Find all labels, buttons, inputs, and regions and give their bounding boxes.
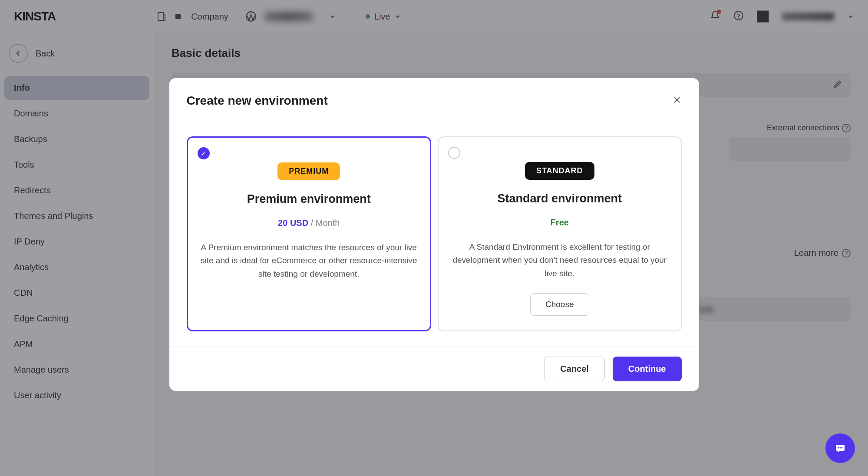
premium-price: 20 USD / Month <box>200 218 418 228</box>
close-icon <box>672 95 682 105</box>
environment-options: PREMIUM Premium environment 20 USD / Mon… <box>169 121 699 347</box>
premium-radio[interactable] <box>198 147 210 159</box>
standard-radio[interactable] <box>448 147 460 159</box>
create-environment-modal: Create new environment PREMIUM Premium e… <box>169 78 699 391</box>
chat-fab-button[interactable] <box>825 433 855 463</box>
chat-icon <box>833 441 847 455</box>
standard-description: A Standard Environment is excellent for … <box>451 241 669 280</box>
modal-title: Create new environment <box>187 94 328 108</box>
premium-title: Premium environment <box>200 192 418 206</box>
standard-title: Standard environment <box>451 192 669 205</box>
premium-option-card[interactable]: PREMIUM Premium environment 20 USD / Mon… <box>187 136 432 331</box>
svg-point-7 <box>840 447 841 449</box>
cancel-button[interactable]: Cancel <box>544 357 605 381</box>
premium-badge: PREMIUM <box>277 162 340 180</box>
standard-badge: STANDARD <box>525 162 594 180</box>
modal-footer: Cancel Continue <box>169 347 699 391</box>
continue-button[interactable]: Continue <box>613 357 682 381</box>
premium-description: A Premium environment matches the resour… <box>200 241 418 281</box>
svg-point-6 <box>838 447 839 449</box>
standard-option-card[interactable]: STANDARD Standard environment Free A Sta… <box>438 136 682 331</box>
choose-standard-button[interactable]: Choose <box>530 293 589 316</box>
close-modal-button[interactable] <box>672 94 682 108</box>
modal-header: Create new environment <box>169 78 699 121</box>
modal-overlay: Create new environment PREMIUM Premium e… <box>0 0 868 476</box>
svg-point-8 <box>842 447 843 449</box>
standard-price: Free <box>451 218 669 228</box>
